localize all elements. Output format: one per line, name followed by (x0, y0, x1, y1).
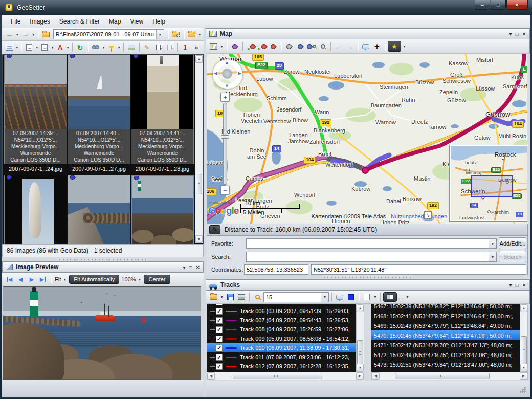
back-button[interactable]: ← (4, 29, 14, 39)
track-checkbox[interactable]: ✓ (216, 308, 223, 315)
track-search-button[interactable] (252, 292, 262, 302)
track-row[interactable]: ✓Track 007 (04.09.2007, 09:54:43 - 15:26… (207, 316, 356, 325)
next-image-button[interactable]: ▶ (27, 274, 37, 284)
map-canvas[interactable]: WismarZurowNeuklosterLübberstorfLübowDor… (207, 54, 527, 224)
thumbnail-item[interactable]: 07.09.2007 14:43:...N54°11...;O12°5'...M… (68, 175, 130, 244)
thumbnail-item[interactable]: 07.09.2007 14:39:...N54°10...;O12°5'...M… (4, 54, 67, 172)
points-list-vscrollbar[interactable]: ▲ ▼ (520, 304, 528, 372)
map-forward-button[interactable]: → (345, 41, 355, 52)
zoom-slider-handle[interactable] (221, 135, 229, 139)
assign-dropdown[interactable]: ▾ (373, 295, 378, 299)
track-point-row[interactable]: 5473: 15:02:51 (N53°47'9.84"; O12°13'47.… (371, 360, 520, 369)
folder-favorites-dropdown[interactable]: ▾ (198, 32, 202, 37)
thumbnail-item[interactable]: 07.09.2007 14:42:...N54°11...;O12°5'...M… (4, 175, 67, 244)
view-mode-dropdown[interactable]: ▾ (15, 45, 18, 50)
folder-favorites-button[interactable] (187, 29, 197, 39)
track-checkbox[interactable]: ✓ (216, 363, 223, 370)
track-list-hscrollbar[interactable]: ◀ ▶ (207, 372, 364, 380)
points-count-combobox[interactable]: 15 ▾ (263, 292, 329, 302)
edit-distance-button[interactable]: ✎ (209, 225, 220, 234)
track-point-row[interactable]: 5468: 15:02:41 (N53°47'9.79"; E12°13'46.… (371, 311, 520, 321)
forward-button[interactable]: → (20, 29, 31, 39)
crosshair-button[interactable]: + (372, 41, 382, 52)
next-marker-button[interactable]: ► (257, 41, 267, 52)
save-changes-dropdown[interactable]: ▾ (51, 45, 54, 50)
inset-viewport-rect[interactable] (471, 175, 513, 197)
show-marker-button[interactable] (268, 41, 278, 52)
filter-button[interactable] (106, 42, 117, 53)
preview-maximize-icon[interactable]: □ (189, 264, 192, 270)
coordinates-decimal-field[interactable]: 52,508753; 13,336523 (244, 264, 308, 275)
add-edit-button[interactable]: Add/Edit... (499, 237, 526, 249)
search-button[interactable]: Search (499, 251, 526, 262)
open-track-button[interactable] (208, 292, 218, 302)
inset-expand-button[interactable]: ↘ (424, 211, 432, 219)
track-row[interactable]: ✓Track 012 (07.09.2007, 16:12:28 - 16:12… (207, 362, 356, 371)
overview-inset-map[interactable]: RostockbeutzauWismarGüstrowSchwerinParch… (450, 145, 527, 221)
maximize-button[interactable]: □ (491, 0, 506, 10)
marker-count-button[interactable]: 1 (180, 42, 190, 53)
tracks-menu-icon[interactable]: ▾ (509, 282, 512, 288)
font-button[interactable]: A (55, 42, 65, 53)
track-checkbox[interactable]: ✓ (216, 326, 223, 333)
resize-grip[interactable] (520, 387, 526, 393)
toolbar-overflow-button[interactable]: » (191, 42, 202, 53)
find-button[interactable] (91, 42, 101, 53)
track-checkbox[interactable]: ✓ (216, 345, 223, 351)
path-combobox[interactable]: R:\Final\2007\2007-09-01 - 09-07 Urlau ▾ (53, 29, 164, 39)
track-row[interactable]: ✓Track 008 (04.09.2007, 15:26:59 - 15:27… (207, 325, 356, 334)
folder-up-button[interactable] (41, 29, 51, 39)
set-marker-button[interactable] (230, 41, 240, 52)
show-all-markers-button[interactable] (295, 41, 305, 52)
track-checkbox[interactable]: ✓ (216, 354, 223, 361)
export-dropdown[interactable]: ▾ (35, 45, 38, 50)
tooltip-toggle-button[interactable] (361, 41, 371, 52)
search-dropdown-icon[interactable]: ▾ (489, 252, 496, 261)
tracks-close-icon[interactable]: ✕ (522, 282, 526, 288)
first-image-button[interactable]: ◀ (4, 274, 14, 284)
zoom-to-marker-button[interactable] (306, 41, 317, 52)
track-lists-divider[interactable] (364, 304, 371, 380)
tracks-maximize-icon[interactable]: □ (516, 282, 519, 288)
more-options-dropdown[interactable]: ▾ (405, 295, 410, 299)
export-button[interactable] (24, 42, 34, 53)
previous-marker-button[interactable]: ◄ (246, 41, 256, 52)
thumbnail-item[interactable]: 07.09.2007 14:40:...N54°10...;O12°5'...M… (68, 54, 130, 172)
font-dropdown[interactable]: ▾ (66, 45, 70, 50)
thumbnail-item[interactable]: 07.09.2007 14:43:...N54°11...;O12°5'...M… (131, 175, 194, 244)
track-checkbox[interactable]: ✓ (216, 336, 223, 342)
folder-search-button[interactable] (171, 29, 181, 39)
tracks-splitter[interactable] (207, 275, 528, 279)
track-tooltip-button[interactable] (335, 292, 345, 302)
fit-button[interactable]: Fit▾ (54, 275, 68, 283)
favorite-dropdown-icon[interactable]: ▾ (489, 239, 496, 248)
view-mode-button[interactable] (4, 42, 14, 53)
points-list-hscrollbar[interactable]: ◀ ▶ (371, 372, 528, 380)
track-image-button[interactable] (236, 292, 247, 302)
track-row[interactable]: ✓Track 011 (07.09.2007, 09:23:06 - 16:12… (207, 352, 356, 362)
track-checkbox[interactable]: ✓ (216, 317, 223, 324)
map-type-button[interactable] (208, 41, 218, 52)
menu-images[interactable]: Images (25, 16, 54, 27)
points-count-dropdown-icon[interactable]: ▾ (321, 293, 328, 302)
map-maximize-icon[interactable]: □ (516, 31, 519, 37)
menu-search-filter[interactable]: Search & Filter (55, 16, 104, 27)
zoom-in-button[interactable]: + (220, 93, 230, 102)
find-dropdown[interactable]: ▾ (102, 45, 105, 50)
edit-data-button[interactable]: ✎ (142, 42, 152, 53)
track-row[interactable]: ✓Track 006 (03.09.2007, 09:51:39 - 15:29… (207, 306, 356, 316)
previous-image-button[interactable]: ◀ (15, 274, 26, 284)
map-type-dropdown[interactable]: ▾ (219, 44, 224, 49)
track-point-row[interactable]: 5467: 15:02:39 (N53°47'9.82"; E12°13'46.… (371, 304, 520, 311)
track-row[interactable]: ✓Track 009 (05.09.2007, 08:58:08 - 16:54… (207, 334, 356, 343)
preview-close-icon[interactable]: ✕ (196, 264, 200, 270)
track-list-vscrollbar[interactable]: ▲ ▼ (356, 304, 364, 372)
thumbnail-scrollbar[interactable]: ▲ ▼ (195, 55, 203, 243)
map-close-icon[interactable]: ✕ (522, 31, 526, 37)
preview-menu-icon[interactable]: ▾ (183, 264, 186, 270)
search-combobox[interactable]: ▾ (246, 252, 497, 262)
map-pan-control[interactable]: ▲ ▼ ◀ ▶ (213, 59, 242, 89)
thumbnail-item[interactable]: 07.09.2007 14:41:...N54°10...;O12°5'...M… (131, 54, 194, 172)
forward-dropdown[interactable]: ▾ (32, 32, 36, 37)
last-image-button[interactable]: ▶ (38, 274, 48, 284)
